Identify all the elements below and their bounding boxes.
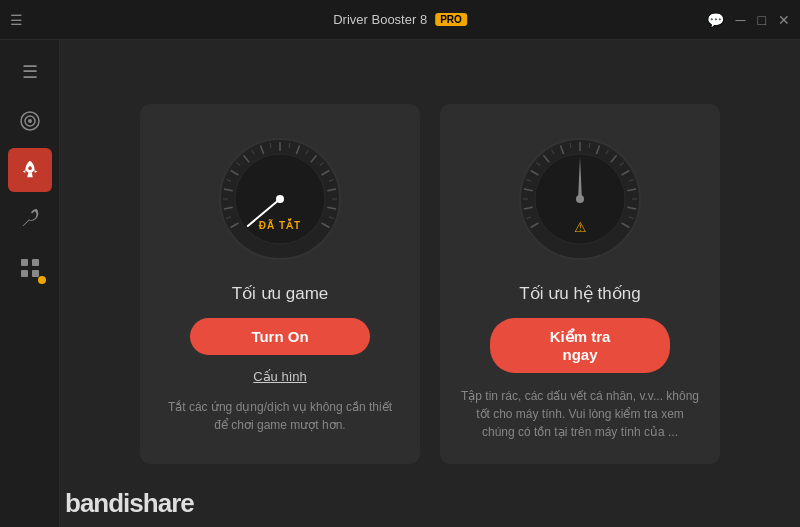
grid-icon — [20, 258, 40, 278]
sidebar-item-rocket[interactable] — [8, 148, 52, 192]
svg-point-3 — [28, 166, 32, 170]
main-content: ĐÃ TẮT Tối ưu game Turn On Cấu hình Tắt … — [60, 40, 800, 527]
watermark: bandishare — [65, 488, 194, 519]
sidebar-item-grid[interactable] — [8, 246, 52, 290]
turn-on-button[interactable]: Turn On — [190, 318, 370, 355]
svg-text:⚠: ⚠ — [574, 219, 587, 235]
target-icon — [19, 110, 41, 132]
close-icon[interactable]: ✕ — [778, 12, 790, 28]
message-icon[interactable]: 💬 — [707, 12, 724, 28]
check-now-button[interactable]: Kiểm tra ngay — [490, 318, 670, 373]
game-gauge-svg: ĐÃ TẮT — [210, 129, 350, 269]
game-card-desc: Tắt các ứng dụng/dịch vụ không cần thiết… — [160, 398, 400, 434]
watermark-prefix: bandi — [65, 488, 129, 518]
maximize-icon[interactable]: □ — [758, 12, 766, 28]
game-card-title: Tối ưu game — [232, 283, 329, 304]
config-link[interactable]: Cấu hình — [253, 369, 307, 384]
svg-point-2 — [28, 119, 32, 123]
minimize-icon[interactable]: ─ — [736, 12, 746, 28]
hamburger-icon: ☰ — [22, 61, 38, 83]
system-card-desc: Tập tin rác, các dấu vết cá nhân, v.v...… — [460, 387, 700, 441]
svg-rect-5 — [32, 259, 39, 266]
svg-rect-6 — [21, 270, 28, 277]
svg-rect-4 — [21, 259, 28, 266]
system-optimize-card: ⚠ Tối ưu hệ thống Kiểm tra ngay Tập tin … — [440, 104, 720, 464]
app-title: Driver Booster 8 — [333, 12, 427, 27]
titlebar-center: Driver Booster 8 PRO — [333, 12, 467, 27]
tools-icon — [19, 208, 41, 230]
pro-badge: PRO — [435, 13, 467, 26]
watermark-highlight: share — [129, 488, 193, 518]
game-optimize-card: ĐÃ TẮT Tối ưu game Turn On Cấu hình Tắt … — [140, 104, 420, 464]
rocket-icon — [19, 159, 41, 181]
menu-icon[interactable]: ☰ — [10, 12, 23, 28]
titlebar-controls: 💬 ─ □ ✕ — [707, 12, 790, 28]
system-gauge: ⚠ — [510, 129, 650, 269]
svg-point-66 — [576, 195, 584, 203]
notification-dot — [38, 276, 46, 284]
sidebar-item-menu[interactable]: ☰ — [8, 50, 52, 94]
titlebar: ☰ Driver Booster 8 PRO 💬 ─ □ ✕ — [0, 0, 800, 40]
svg-text:ĐÃ TẮT: ĐÃ TẮT — [259, 218, 301, 231]
sidebar-item-tools[interactable] — [8, 197, 52, 241]
svg-rect-7 — [32, 270, 39, 277]
game-gauge: ĐÃ TẮT — [210, 129, 350, 269]
system-gauge-svg: ⚠ — [510, 129, 650, 269]
svg-point-36 — [276, 195, 284, 203]
sidebar: ☰ — [0, 40, 60, 527]
titlebar-left: ☰ — [10, 12, 23, 28]
system-card-title: Tối ưu hệ thống — [519, 283, 640, 304]
sidebar-item-target[interactable] — [8, 99, 52, 143]
